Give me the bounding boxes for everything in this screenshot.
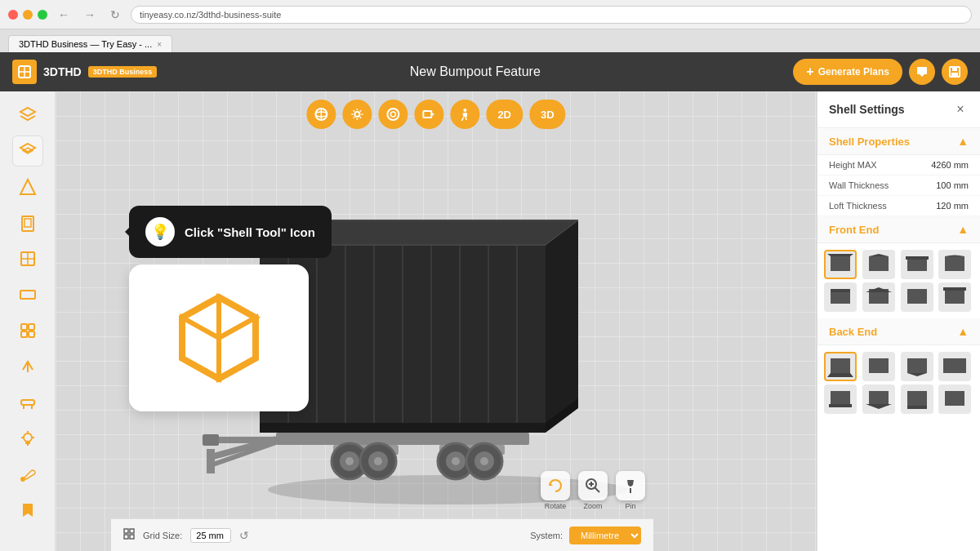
sidebar-item-layers[interactable]	[12, 100, 43, 131]
sidebar-item-windows[interactable]	[12, 243, 43, 274]
back-end-thumb-6[interactable]	[862, 384, 895, 414]
svg-marker-117	[907, 373, 927, 376]
forward-btn[interactable]: →	[80, 7, 100, 23]
save-btn[interactable]	[942, 59, 968, 85]
sidebar-item-stack[interactable]	[12, 315, 43, 346]
svg-rect-98	[130, 535, 134, 539]
back-end-thumb-4[interactable]	[938, 352, 971, 381]
sidebar-item-furniture[interactable]	[12, 387, 43, 418]
front-end-thumb-4[interactable]	[938, 250, 971, 279]
back-end-toggle[interactable]: ▲	[957, 325, 969, 338]
mode-3d-btn[interactable]: 3D	[529, 100, 566, 129]
generate-plans-btn[interactable]: Generate Plans	[793, 59, 902, 85]
front-end-thumb-7[interactable]	[901, 282, 933, 312]
front-end-thumb-8[interactable]	[938, 282, 971, 312]
front-end-thumb-1[interactable]	[824, 250, 857, 279]
front-end-thumb-6[interactable]	[862, 282, 895, 312]
svg-marker-107	[831, 289, 850, 292]
back-end-thumb-2[interactable]	[862, 352, 895, 381]
front-end-section-header: Front End ▲	[817, 216, 980, 243]
svg-rect-97	[124, 535, 128, 539]
svg-point-72	[345, 457, 354, 465]
sidebar-item-bookmark[interactable]	[12, 495, 43, 526]
svg-point-37	[387, 109, 399, 120]
browser-bar: ← → ↻ tinyeasy.co.nz/3dthd-business-suit…	[0, 0, 980, 29]
svg-rect-115	[869, 358, 889, 373]
logo-icon	[12, 60, 37, 84]
mode-2d-btn[interactable]: 2D	[486, 100, 523, 129]
rotate-label: Rotate	[545, 502, 567, 510]
tab-close-btn[interactable]: ×	[157, 40, 162, 49]
back-end-thumb-1[interactable]	[824, 352, 857, 381]
tooltip-icon: 💡	[145, 217, 175, 247]
viewport-toolbar: 2D 3D	[306, 100, 565, 129]
view-walk-btn[interactable]	[450, 100, 479, 129]
svg-rect-19	[29, 324, 34, 330]
svg-rect-17	[20, 291, 35, 299]
loft-thickness-label: Loft Thickness	[829, 201, 887, 211]
pin-btn[interactable]	[616, 471, 645, 500]
view-camera-btn[interactable]	[378, 100, 408, 129]
refresh-btn[interactable]: ↺	[239, 529, 249, 542]
zoom-btn[interactable]	[578, 471, 608, 500]
sidebar-item-panels[interactable]	[12, 279, 43, 310]
mode-2d-label: 2D	[497, 109, 511, 121]
svg-marker-124	[907, 406, 927, 409]
window-controls	[8, 10, 47, 20]
bottom-bar: Grid Size: ↺ System: Millimetre Inch	[111, 518, 653, 551]
svg-rect-123	[907, 391, 927, 406]
sidebar-item-paint[interactable]	[12, 459, 43, 490]
svg-line-91	[595, 488, 600, 493]
sidebar-item-shell-tool[interactable]	[12, 136, 43, 167]
svg-marker-11	[20, 180, 35, 194]
minimize-window-btn[interactable]	[23, 10, 33, 20]
reload-btn[interactable]: ↻	[106, 7, 124, 23]
svg-point-38	[390, 112, 395, 117]
svg-point-41	[463, 109, 466, 112]
svg-rect-3	[917, 67, 927, 74]
view-video-btn[interactable]	[414, 100, 443, 129]
zoom-control: Zoom	[578, 471, 608, 510]
height-max-value: 4260 mm	[931, 160, 969, 170]
system-select[interactable]: Millimetre Inch	[569, 527, 641, 544]
back-btn[interactable]: ←	[54, 7, 74, 23]
svg-line-49	[182, 318, 219, 338]
browser-tab[interactable]: 3DTHD Business — Try Easy - ... ×	[8, 35, 172, 52]
panel-close-btn[interactable]: ×	[952, 101, 969, 118]
left-sidebar	[0, 91, 56, 551]
help-btn[interactable]	[909, 59, 935, 85]
svg-rect-119	[831, 391, 850, 406]
svg-rect-113	[831, 358, 850, 373]
product-badge: 3DTHD Business	[88, 66, 158, 78]
wall-thickness-value: 100 mm	[936, 180, 969, 190]
back-end-thumb-7[interactable]	[901, 384, 933, 414]
front-end-thumbs	[817, 243, 980, 318]
close-window-btn[interactable]	[8, 10, 18, 20]
app: 3DTHD 3DTHD Business New Bumpout Feature…	[0, 52, 980, 551]
sidebar-item-doors[interactable]	[12, 207, 43, 238]
front-end-thumb-2[interactable]	[862, 250, 895, 279]
sidebar-item-arrow[interactable]	[12, 351, 43, 382]
maximize-window-btn[interactable]	[38, 10, 47, 20]
back-end-thumb-5[interactable]	[824, 384, 857, 414]
front-end-thumb-5[interactable]	[824, 282, 857, 312]
view-settings-btn[interactable]	[342, 100, 372, 129]
front-end-thumb-3[interactable]	[901, 250, 933, 279]
sidebar-item-lighting[interactable]	[12, 423, 43, 454]
view-orbit-btn[interactable]	[306, 100, 336, 129]
view-controls: Rotate Zoom	[541, 471, 645, 510]
rotate-btn[interactable]	[541, 471, 570, 500]
front-end-toggle[interactable]: ▲	[957, 223, 969, 236]
svg-rect-103	[907, 258, 927, 271]
grid-size-input[interactable]	[190, 528, 231, 543]
address-bar[interactable]: tinyeasy.co.nz/3dthd-business-suite	[131, 6, 972, 24]
sidebar-item-shapes[interactable]	[12, 171, 43, 202]
back-end-thumb-3[interactable]	[901, 352, 933, 381]
rotate-control: Rotate	[541, 471, 570, 510]
svg-rect-116	[907, 358, 927, 373]
tooltip-card	[129, 264, 309, 411]
viewport: 2D 3D 💡 Click "Shell Tool" Icon	[56, 91, 817, 551]
svg-rect-111	[945, 289, 964, 304]
shell-properties-toggle[interactable]: ▲	[957, 135, 969, 148]
back-end-thumb-8[interactable]	[938, 384, 971, 414]
